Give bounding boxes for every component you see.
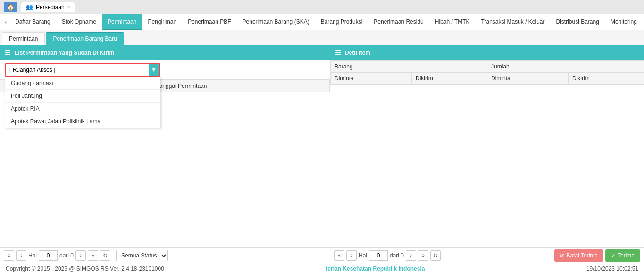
- dropdown-option-gudang-farmasi[interactable]: Gudang Farmasi: [5, 77, 160, 90]
- sub-tab-penerimaan-barang-baru[interactable]: Penerimaan Barang Baru: [46, 32, 124, 45]
- terima-icon: ✓: [611, 252, 616, 259]
- ruangan-akses-dropdown[interactable]: [ Ruangan Akses ] ▼: [5, 63, 160, 77]
- copyright-text: Copyright © 2015 - 2023 @ SIMGOS RS Ver.…: [6, 265, 164, 272]
- batal-terima-label: Batal Terima: [567, 252, 598, 259]
- right-table-area: Barang Jumlah Diminta Dikirim: [330, 60, 644, 247]
- right-last-page-button[interactable]: »: [418, 250, 428, 261]
- bottom-bar: « ‹ Hal dari 0 › » ↻ Semua Status Dikiri…: [0, 247, 644, 263]
- nav-distribusi-barang[interactable]: Distribusi Barang: [551, 14, 605, 30]
- nav-bar: ‹ Daftar Barang Stok Opname Permintaan P…: [0, 14, 644, 30]
- terima-label: Terima: [618, 252, 635, 259]
- col-jumlah-dikirim: Dikirim: [568, 73, 644, 85]
- right-table: Barang Jumlah Diminta Dikirim: [330, 60, 644, 85]
- col-jumlah: Jumlah: [487, 61, 644, 73]
- nav-barang-produksi[interactable]: Barang Produksi: [315, 14, 368, 30]
- title-bar: 🏠 👥 Persediaan ×: [0, 0, 644, 14]
- col-tanggal: Tanggal Permintaan: [152, 80, 329, 92]
- nav-transaksi-masuk-keluar[interactable]: Transaksi Masuk / Keluar: [476, 14, 551, 30]
- footer: Copyright © 2015 - 2023 @ SIMGOS RS Ver.…: [0, 263, 644, 274]
- right-refresh-button[interactable]: ↻: [430, 250, 441, 261]
- status-filter-select[interactable]: Semua Status Dikirim Diterima Dibatalkan: [116, 250, 168, 261]
- left-panel: ☰ List Permintaan Yang Sudah Di Kirim [ …: [0, 45, 330, 247]
- left-pagination: « ‹ Hal dari 0 › » ↻ Semua Status Dikiri…: [0, 247, 330, 263]
- batal-terima-button[interactable]: ⊘ Batal Terima: [554, 249, 603, 262]
- nav-pengiriman[interactable]: Pengiriman: [142, 14, 182, 30]
- sub-tabs: Permintaan Penerimaan Barang Baru: [0, 30, 644, 45]
- home-button[interactable]: 🏠: [4, 2, 17, 12]
- tab-icon: 👥: [26, 4, 33, 10]
- nav-hibah-tmtk[interactable]: Hibah / TMTK: [429, 14, 476, 30]
- nav-left-arrow[interactable]: ‹: [2, 14, 9, 30]
- dropdown-option-apotek-ria[interactable]: Apotek RIA: [5, 103, 160, 115]
- chevron-down-icon: ▼: [151, 67, 157, 73]
- right-first-page-button[interactable]: «: [334, 250, 344, 261]
- footer-datetime: 19/10/2023 10:02:51: [586, 265, 638, 272]
- detail-icon: ☰: [335, 49, 341, 57]
- left-refresh-button[interactable]: ↻: [100, 250, 110, 261]
- left-panel-header: ☰ List Permintaan Yang Sudah Di Kirim: [0, 45, 330, 60]
- dropdown-arrow-button[interactable]: ▼: [149, 64, 159, 76]
- nav-stok-opname[interactable]: Stok Opname: [56, 14, 102, 30]
- col-barang-diminta: Diminta: [331, 73, 412, 85]
- left-page-label: Hal: [28, 252, 37, 259]
- close-icon[interactable]: ×: [67, 4, 70, 9]
- col-jumlah-diminta: Diminta: [487, 73, 568, 85]
- main-content: ☰ List Permintaan Yang Sudah Di Kirim [ …: [0, 45, 644, 247]
- right-next-page-button[interactable]: ›: [406, 250, 416, 261]
- col-barang-dikirim: Dikirim: [412, 73, 487, 85]
- nav-penerimaan-barang-ska[interactable]: Penerimaan Barang (SKA): [237, 14, 315, 30]
- right-page-label: Hal: [359, 252, 367, 259]
- right-panel-header: ☰ Detil Item: [330, 45, 644, 60]
- dropdown-menu: Gudang Farmasi Poli Jantung Apotek RIA A…: [5, 77, 160, 128]
- tab-label: Persediaan: [36, 4, 65, 10]
- dropdown-option-poli-jantung[interactable]: Poli Jantung: [5, 90, 160, 103]
- terima-button[interactable]: ✓ Terima: [605, 249, 640, 262]
- nav-penerimaan-residu[interactable]: Penerimaan Residu: [368, 14, 429, 30]
- left-first-page-button[interactable]: «: [4, 250, 14, 261]
- right-pagination: « ‹ Hal dari 0 › » ↻ ⊘ Batal Terima ✓ Te…: [330, 247, 644, 263]
- right-panel-title: Detil Item: [345, 50, 370, 56]
- left-next-page-button[interactable]: ›: [75, 250, 86, 261]
- nav-daftar-barang[interactable]: Daftar Barang: [9, 14, 56, 30]
- left-of-label: dari 0: [59, 252, 74, 259]
- sub-tab-permintaan[interactable]: Permintaan: [2, 32, 45, 45]
- batal-terima-icon: ⊘: [560, 252, 565, 259]
- dropdown-area: [ Ruangan Akses ] ▼ Gudang Farmasi Poli …: [0, 60, 330, 80]
- nav-monitoring[interactable]: Monitoring: [605, 14, 643, 30]
- left-page-input[interactable]: [39, 250, 58, 261]
- nav-penerimaan-pbf[interactable]: Penerimaan PBF: [182, 14, 236, 30]
- right-page-input[interactable]: [369, 250, 388, 261]
- col-barang: Barang: [331, 61, 487, 73]
- dropdown-selected-value: [ Ruangan Akses ]: [9, 67, 55, 73]
- nav-permintaan[interactable]: Permintaan: [102, 14, 142, 30]
- ministry-text: terian Kesehatan Republik Indonesia: [326, 265, 425, 272]
- dropdown-option-apotek-rawat-jalan[interactable]: Apotek Rawat Jalan Poliklinik Lama: [5, 115, 160, 128]
- left-prev-page-button[interactable]: ‹: [16, 250, 26, 261]
- left-last-page-button[interactable]: »: [88, 250, 98, 261]
- right-panel: ☰ Detil Item Barang Jumlah: [330, 45, 644, 247]
- list-icon: ☰: [5, 49, 11, 57]
- persediaan-tab[interactable]: 👥 Persediaan ×: [21, 2, 75, 12]
- left-panel-title: List Permintaan Yang Sudah Di Kirim: [15, 50, 114, 56]
- right-of-label: dari 0: [390, 252, 404, 259]
- right-prev-page-button[interactable]: ‹: [346, 250, 357, 261]
